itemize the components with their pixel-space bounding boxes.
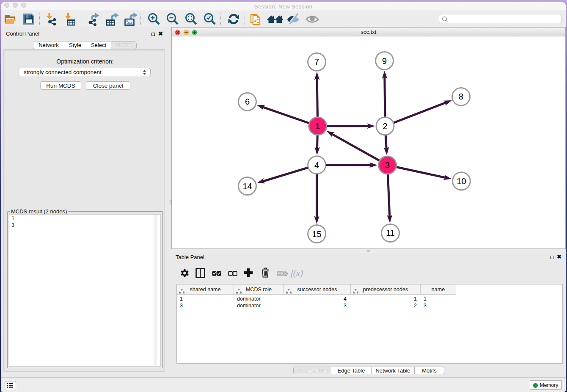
svg-text:8: 8: [459, 92, 463, 101]
svg-text:15: 15: [312, 229, 321, 239]
svg-text:7: 7: [314, 57, 319, 66]
svg-text:11: 11: [386, 228, 395, 237]
svg-text:9: 9: [382, 56, 387, 66]
svg-text:6: 6: [245, 97, 250, 106]
svg-text:14: 14: [242, 182, 252, 191]
svg-text:2: 2: [383, 121, 387, 131]
svg-text:3: 3: [385, 160, 390, 170]
svg-text:4: 4: [314, 160, 319, 170]
svg-text:10: 10: [457, 177, 466, 186]
svg-text:1: 1: [315, 121, 320, 131]
